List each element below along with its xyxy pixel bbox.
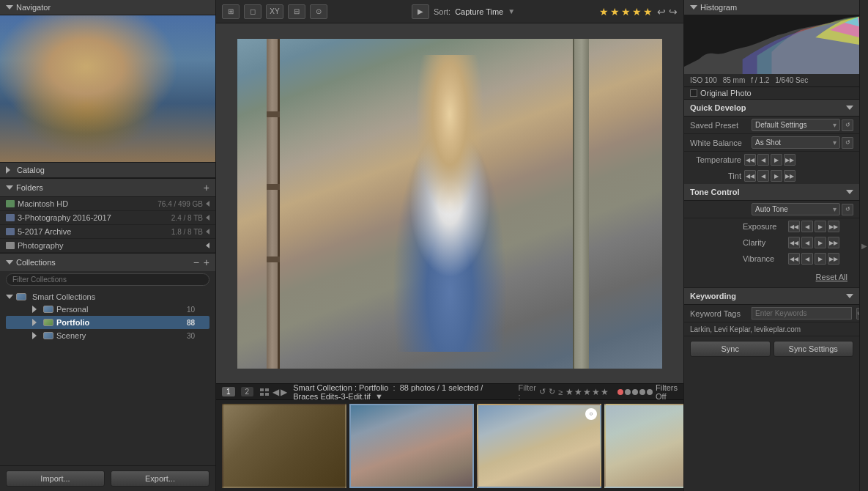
rotate-left-button[interactable]: ↩ — [657, 6, 666, 18]
photo-element — [267, 111, 280, 117]
keyword-tags-input[interactable] — [752, 307, 852, 320]
tint-dec-large-button[interactable]: ◀◀ — [744, 170, 756, 182]
navigator-photo — [0, 15, 215, 162]
white-balance-reset-button[interactable]: ↺ — [842, 137, 853, 149]
vibrance-inc-large-button[interactable]: ▶▶ — [828, 253, 839, 265]
exposure-dec-large-button[interactable]: ◀◀ — [788, 221, 800, 232]
keywording-header[interactable]: Keywording — [684, 288, 859, 305]
filmstrip-thumb[interactable] — [222, 404, 346, 488]
clarity-inc-button[interactable]: ▶ — [815, 237, 826, 248]
list-item[interactable]: Macintosh HD 76.4 / 499 GB — [0, 197, 215, 211]
vibrance-inc-button[interactable]: ▶ — [815, 253, 826, 265]
clarity-dec-button[interactable]: ◀ — [801, 237, 813, 248]
collections-filter-input[interactable] — [6, 273, 209, 286]
catalog-label: Catalog — [17, 166, 45, 174]
page-1-button[interactable]: 1 — [222, 387, 235, 396]
left-panel-bottom: Import... Export... — [0, 465, 215, 491]
collections-remove-button[interactable]: − — [193, 256, 199, 268]
list-item[interactable]: Scenery 30 — [6, 329, 209, 342]
temperature-controls: ◀◀ ◀ ▶ ▶▶ — [744, 154, 795, 166]
histogram-chart — [684, 15, 859, 74]
star-rating[interactable]: ★ ★ ★ ★ ★ — [599, 6, 653, 18]
temperature-inc-large-button[interactable]: ▶▶ — [784, 154, 795, 166]
dot-gray-4[interactable] — [647, 389, 653, 395]
photo-subject — [369, 55, 530, 352]
navigator-header[interactable]: Navigator — [0, 0, 215, 15]
temperature-inc-button[interactable]: ▶ — [771, 154, 782, 166]
tone-control-control: Auto Tone ▾ ↺ — [752, 203, 853, 215]
filmstrip-thumb[interactable] — [349, 404, 474, 488]
dot-red[interactable] — [617, 389, 623, 395]
original-photo-checkbox[interactable] — [690, 89, 697, 97]
photo-info: ISO 100 85 mm f / 1.2 1/640 Sec — [684, 74, 859, 87]
vibrance-dec-button[interactable]: ◀ — [801, 253, 813, 265]
page-2-button[interactable]: 2 — [241, 387, 254, 396]
smart-collections-header[interactable]: Smart Collections — [6, 291, 209, 303]
reset-all-button[interactable]: Reset All — [690, 270, 853, 284]
aperture: f / 1.2 — [751, 76, 769, 84]
survey-view-button[interactable]: ⊟ — [288, 4, 305, 19]
people-view-button[interactable]: ⊙ — [310, 4, 327, 19]
dot-gray-2[interactable] — [632, 389, 638, 395]
dot-gray-1[interactable] — [625, 389, 631, 395]
histogram-collapse-icon — [690, 5, 697, 10]
sort-dropdown[interactable]: Capture Time — [455, 7, 503, 16]
exposure-inc-large-button[interactable]: ▶▶ — [828, 221, 839, 232]
rotate-right-button[interactable]: ↪ — [669, 6, 678, 18]
export-button[interactable]: Export... — [111, 470, 209, 487]
temperature-dec-button[interactable]: ◀ — [757, 154, 769, 166]
tint-row: Tint ◀◀ ◀ ▶ ▶▶ — [684, 168, 859, 184]
next-button[interactable]: ▶ — [281, 387, 287, 397]
keywording-label: Keywording — [690, 292, 736, 300]
list-item[interactable]: Portfolio 88 — [6, 316, 209, 329]
prev-button[interactable]: ◀ — [272, 387, 279, 397]
dot-gray-3[interactable] — [639, 389, 645, 395]
right-panel: Histogram — [683, 0, 859, 491]
quick-develop-header[interactable]: Quick Develop — [684, 100, 859, 117]
filmstrip-thumb[interactable]: ○ — [477, 404, 601, 488]
right-panel-toggle[interactable]: ▶ — [859, 0, 868, 491]
tone-control-reset-button[interactable]: ↺ — [842, 204, 853, 215]
white-balance-dropdown[interactable]: As Shot ▾ — [752, 136, 840, 149]
import-button[interactable]: Import... — [6, 470, 105, 487]
collections-header[interactable]: Collections − + — [0, 254, 215, 271]
tint-inc-large-button[interactable]: ▶▶ — [784, 170, 795, 182]
temperature-dec-large-button[interactable]: ◀◀ — [744, 154, 756, 166]
list-item[interactable]: Personal 10 — [6, 303, 209, 316]
folders-header[interactable]: Folders + — [0, 179, 215, 197]
exposure-inc-button[interactable]: ▶ — [815, 221, 826, 232]
clarity-inc-large-button[interactable]: ▶▶ — [828, 237, 839, 248]
exposure-dec-button[interactable]: ◀ — [801, 221, 813, 232]
sync-button[interactable]: Sync — [690, 341, 771, 357]
loupe-view-button[interactable]: ◻ — [244, 4, 261, 19]
clarity-label: Clarity — [743, 238, 787, 247]
tone-control-dropdown[interactable]: Auto Tone ▾ — [752, 203, 840, 215]
list-item[interactable]: Photography — [0, 239, 215, 253]
photo-element — [267, 256, 280, 262]
list-item[interactable]: 5-2017 Archive 1.8 / 8 TB — [0, 225, 215, 239]
slideshow-button[interactable]: ▶ — [412, 4, 429, 19]
clarity-dec-large-button[interactable]: ◀◀ — [788, 237, 800, 248]
compare-view-button[interactable]: XY — [266, 4, 283, 19]
folder-name: 5-2017 Archive — [18, 227, 168, 236]
collections-section: Collections − + Smart Collections — [0, 253, 215, 465]
white-balance-value: As Shot — [755, 139, 781, 147]
list-item[interactable]: 3-Photography 2016-2017 2.4 / 8 TB — [0, 211, 215, 225]
grid-view-icon — [259, 388, 271, 396]
center-panel: ⊞ ◻ XY ⊟ ⊙ ▶ Sort: Capture Time ▼ ★ ★ ★ … — [216, 0, 683, 491]
saved-preset-reset-button[interactable]: ↺ — [842, 119, 853, 131]
histogram-header[interactable]: Histogram — [684, 0, 859, 15]
sync-settings-button[interactable]: Sync Settings — [774, 341, 854, 357]
tone-control-section: Tone Control Auto Tone ▾ ↺ Exposure ◀◀ ◀ — [684, 184, 859, 288]
tone-control-header[interactable]: Tone Control — [684, 184, 859, 201]
tint-dec-button[interactable]: ◀ — [757, 170, 769, 182]
saved-preset-row: Saved Preset Default Settings ▾ ↺ — [684, 117, 859, 134]
filmstrip-thumb[interactable] — [604, 404, 683, 488]
catalog-header[interactable]: Catalog — [0, 163, 215, 178]
vibrance-dec-large-button[interactable]: ◀◀ — [788, 253, 800, 265]
folders-add-button[interactable]: + — [204, 182, 209, 193]
tint-inc-button[interactable]: ▶ — [771, 170, 782, 182]
grid-view-button[interactable]: ⊞ — [222, 4, 240, 19]
saved-preset-dropdown[interactable]: Default Settings ▾ — [752, 119, 840, 131]
collections-add-button[interactable]: + — [204, 256, 209, 268]
